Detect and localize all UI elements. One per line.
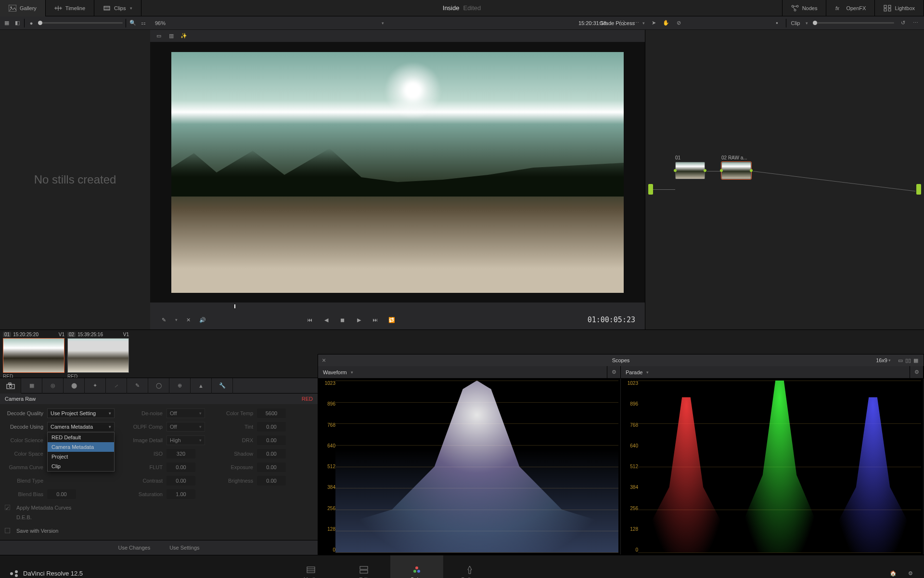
svg-point-30 bbox=[415, 566, 418, 569]
disable-icon[interactable]: ⊘ bbox=[675, 19, 682, 27]
olpf-select[interactable]: Off▾ bbox=[167, 422, 205, 432]
grid-view-icon[interactable]: ▦ bbox=[3, 19, 11, 27]
play-reverse-icon[interactable]: ◀ bbox=[322, 316, 330, 324]
wand-icon[interactable]: ✨ bbox=[180, 32, 188, 40]
layout-2-icon[interactable]: ▯▯ bbox=[904, 356, 912, 364]
scopes-aspect[interactable]: 16x9 bbox=[876, 357, 887, 363]
apply-meta-curves-check[interactable]: ✓ bbox=[5, 505, 10, 510]
viewer-canvas[interactable] bbox=[150, 42, 645, 302]
settings-icon[interactable]: ⚙ bbox=[907, 570, 914, 578]
node-mode[interactable]: Clip bbox=[791, 20, 800, 26]
use-changes-button[interactable]: Use Changes bbox=[118, 545, 150, 551]
options-icon[interactable]: ⋯ bbox=[632, 19, 640, 27]
parade-tab[interactable]: Parade▾ bbox=[621, 366, 910, 378]
chevron-down-icon[interactable]: ▾ bbox=[806, 21, 808, 26]
dual-view-icon[interactable]: ▥ bbox=[167, 32, 175, 40]
primaries-tab[interactable]: ⬤ bbox=[64, 378, 85, 394]
gallery-toggle[interactable]: Gallery bbox=[0, 0, 46, 16]
blend-bias-value[interactable]: 0.00 bbox=[47, 489, 76, 499]
viewer-scrubber[interactable] bbox=[150, 302, 645, 310]
page-deliver[interactable]: Deliver bbox=[443, 555, 496, 578]
first-frame-icon[interactable]: ⏮ bbox=[306, 316, 314, 324]
dropdown-item-camera-metadata[interactable]: Camera Metadata bbox=[48, 442, 114, 452]
chevron-down-icon[interactable]: ▾ bbox=[642, 21, 645, 26]
layout-1-icon[interactable]: ▭ bbox=[897, 356, 904, 364]
pointer-icon[interactable]: ➤ bbox=[650, 19, 657, 27]
page-edit[interactable]: Edit bbox=[337, 555, 390, 578]
decode-using-select[interactable]: Camera Metadata▾ bbox=[47, 422, 115, 432]
node-01[interactable]: 01 bbox=[675, 155, 705, 179]
decode-quality-select[interactable]: Use Project Setting▾ bbox=[47, 408, 115, 418]
hand-icon[interactable]: ✋ bbox=[662, 19, 670, 27]
single-view-icon[interactable]: ▭ bbox=[155, 32, 163, 40]
node-output[interactable] bbox=[916, 184, 921, 195]
waveform-options[interactable]: ⚙ bbox=[607, 366, 621, 378]
audio-icon[interactable]: 🔊 bbox=[199, 316, 206, 324]
node-02[interactable]: 02 RAW a... bbox=[721, 155, 751, 179]
save-version-check[interactable] bbox=[5, 528, 10, 533]
color-match-tab[interactable]: ▦ bbox=[21, 378, 42, 394]
tint-value[interactable]: 0.00 bbox=[257, 422, 286, 432]
qualifier-tab[interactable]: ✎ bbox=[127, 378, 148, 394]
blur-tab[interactable]: ▲ bbox=[191, 378, 212, 394]
iso-value[interactable]: 320 bbox=[167, 449, 195, 459]
thumb-size-slider[interactable] bbox=[38, 22, 123, 24]
flut-value[interactable]: 0.00 bbox=[167, 462, 195, 472]
denoise-select[interactable]: Off▾ bbox=[167, 408, 205, 418]
curves-tab[interactable]: ⟋ bbox=[106, 378, 127, 394]
waveform-tab[interactable]: Waveform▾ bbox=[318, 366, 607, 378]
filter-icon[interactable]: ⚏ bbox=[140, 19, 147, 27]
chevron-down-icon[interactable]: ▾ bbox=[382, 21, 384, 26]
zoom-out-icon[interactable]: ● bbox=[27, 19, 35, 27]
color-temp-value[interactable]: 5600 bbox=[257, 408, 286, 418]
search-icon[interactable]: 🔍 bbox=[129, 19, 137, 27]
nodes-panel[interactable]: 01 02 RAW a... bbox=[645, 30, 924, 329]
stop-icon[interactable]: ◼ bbox=[339, 316, 346, 324]
contrast-value[interactable]: 0.00 bbox=[167, 476, 195, 486]
shadow-value[interactable]: 0.00 bbox=[257, 449, 286, 459]
dropdown-item-red-default[interactable]: RED Default bbox=[48, 433, 114, 442]
key-tab[interactable]: 🔧 bbox=[212, 378, 233, 394]
camera-raw-tab[interactable] bbox=[0, 378, 21, 394]
chevron-down-icon[interactable]: ▾ bbox=[888, 358, 891, 363]
chevron-down-icon[interactable]: ▾ bbox=[175, 317, 178, 322]
decode-using-dropdown[interactable]: RED Default Camera Metadata Project Clip bbox=[47, 432, 115, 472]
zoom-level[interactable]: 96% bbox=[155, 20, 166, 26]
saturation-value[interactable]: 1.00 bbox=[167, 489, 195, 499]
tracker-tab[interactable]: ⊕ bbox=[169, 378, 191, 394]
fullscreen-icon[interactable]: ⛶ bbox=[618, 19, 626, 27]
rgb-mixer-tab[interactable]: ✦ bbox=[85, 378, 106, 394]
image-detail-select[interactable]: High▾ bbox=[167, 435, 205, 445]
dropdown-item-project[interactable]: Project bbox=[48, 452, 114, 461]
node-zoom-slider[interactable] bbox=[813, 22, 894, 24]
loop-icon[interactable]: 🔁 bbox=[388, 316, 396, 324]
home-icon[interactable]: 🏠 bbox=[889, 570, 897, 578]
clip-thumb-02[interactable]: 0215:39:25:16V1 RED bbox=[67, 332, 129, 379]
brightness-value[interactable]: 0.00 bbox=[257, 476, 286, 486]
page-color[interactable]: Color bbox=[390, 555, 443, 578]
list-view-icon[interactable]: ◧ bbox=[13, 19, 21, 27]
timeline-toggle[interactable]: Timeline bbox=[46, 0, 94, 16]
play-icon[interactable]: ▶ bbox=[355, 316, 363, 324]
nodes-toggle[interactable]: Nodes bbox=[782, 0, 827, 16]
layout-4-icon[interactable]: ▦ bbox=[912, 356, 920, 364]
reset-icon[interactable]: ↺ bbox=[899, 19, 907, 27]
eyedropper-icon[interactable]: ✎ bbox=[160, 316, 167, 324]
close-icon[interactable]: × bbox=[322, 357, 326, 364]
clips-toggle[interactable]: Clips ▾ bbox=[94, 0, 141, 16]
drx-value[interactable]: 0.00 bbox=[257, 435, 286, 445]
openfx-toggle[interactable]: fx OpenFX bbox=[826, 0, 875, 16]
window-tab[interactable]: ◯ bbox=[148, 378, 169, 394]
parade-options[interactable]: ⚙ bbox=[910, 366, 924, 378]
page-media[interactable]: Media bbox=[284, 555, 337, 578]
dropdown-item-clip[interactable]: Clip bbox=[48, 461, 114, 471]
node-source[interactable] bbox=[648, 184, 653, 195]
last-frame-icon[interactable]: ⏭ bbox=[372, 316, 379, 324]
options-icon[interactable]: ⋯ bbox=[911, 19, 919, 27]
shuffle-icon[interactable]: ✕ bbox=[184, 316, 192, 324]
color-wheels-tab[interactable]: ◎ bbox=[42, 378, 64, 394]
lightbox-toggle[interactable]: Lightbox bbox=[875, 0, 924, 16]
clip-thumb-01[interactable]: 0115:20:25:20V1 RED bbox=[3, 332, 64, 379]
use-settings-button[interactable]: Use Settings bbox=[169, 545, 199, 551]
exposure-value[interactable]: 0.00 bbox=[257, 462, 286, 472]
